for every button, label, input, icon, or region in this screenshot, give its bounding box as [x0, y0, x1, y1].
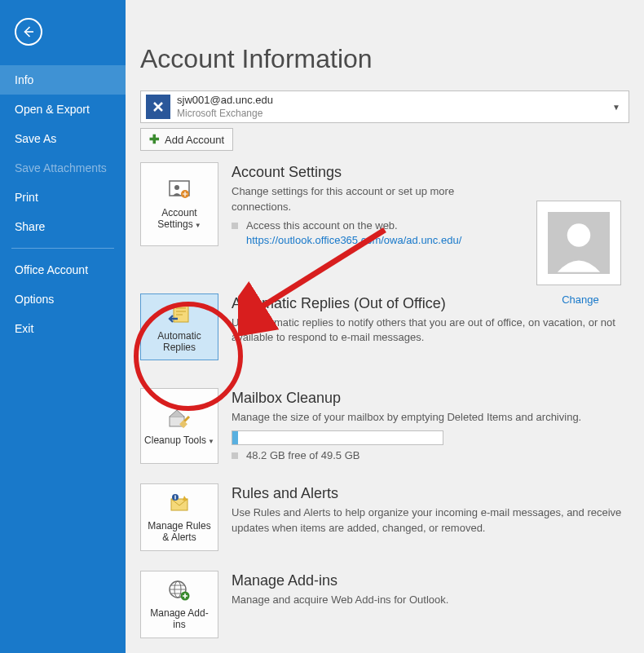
- rules-alerts-title: Rules and Alerts: [232, 485, 629, 502]
- account-settings-icon: [166, 178, 192, 204]
- manage-addins-title: Manage Add-ins: [232, 572, 629, 589]
- page-title: Account Information: [140, 0, 629, 90]
- account-settings-tile[interactable]: Account Settings▼: [140, 162, 218, 246]
- account-email: sjw001@ad.unc.edu: [177, 94, 612, 107]
- change-photo-link[interactable]: Change: [562, 293, 599, 306]
- manage-addins-tile[interactable]: Manage Add-ins: [140, 571, 218, 638]
- owa-access-text: Access this account on the web.: [246, 218, 461, 234]
- account-type: Microsoft Exchange: [177, 108, 612, 120]
- add-account-label: Add Account: [165, 134, 224, 146]
- back-arrow-icon: [21, 24, 36, 39]
- plus-icon: ✚: [149, 132, 160, 147]
- sidebar-item-save-attachments: Save Attachments: [0, 153, 126, 183]
- cleanup-tools-tile[interactable]: Cleanup Tools▼: [140, 388, 218, 464]
- sidebar-item-save-as[interactable]: Save As: [0, 124, 126, 153]
- cleanup-tools-tile-label: Cleanup Tools: [144, 435, 206, 446]
- manage-addins-tile-label: Manage Add-ins: [144, 607, 214, 631]
- svg-point-2: [174, 185, 179, 190]
- sidebar-item-exit[interactable]: Exit: [0, 314, 126, 343]
- account-selector[interactable]: sjw001@ad.unc.edu Microsoft Exchange ▼: [140, 90, 629, 123]
- rules-alerts-icon: [166, 491, 192, 517]
- svg-point-13: [567, 223, 591, 247]
- manage-rules-tile[interactable]: Manage Rules & Alerts: [140, 483, 218, 551]
- file-sidebar: Info Open & Export Save As Save Attachme…: [0, 0, 126, 653]
- sidebar-item-office-account[interactable]: Office Account: [0, 255, 126, 285]
- mailbox-cleanup-desc: Manage the size of your mailbox by empty…: [232, 410, 629, 426]
- automatic-replies-tile[interactable]: Automatic Replies: [140, 293, 218, 361]
- exchange-icon: [146, 95, 170, 119]
- chevron-down-icon: ▼: [208, 438, 214, 446]
- sidebar-item-info[interactable]: Info: [0, 65, 126, 95]
- chevron-down-icon: ▼: [195, 222, 201, 230]
- bullet-icon: [232, 452, 238, 459]
- person-icon: [548, 212, 610, 274]
- account-settings-title: Account Settings: [232, 164, 484, 181]
- add-account-button[interactable]: ✚ Add Account: [140, 128, 233, 151]
- chevron-down-icon: ▼: [612, 103, 620, 112]
- cleanup-tools-icon: [166, 405, 192, 431]
- manage-rules-tile-label: Manage Rules & Alerts: [144, 520, 214, 544]
- owa-link[interactable]: https://outlook.office365.com/owa/ad.unc…: [246, 234, 461, 246]
- automatic-replies-icon: [166, 301, 192, 327]
- mailbox-cleanup-title: Mailbox Cleanup: [232, 390, 629, 407]
- account-settings-desc: Change settings for this account or set …: [232, 184, 484, 215]
- addins-icon: [166, 578, 192, 604]
- bullet-icon: [232, 223, 238, 229]
- mailbox-quota-fill: [232, 431, 238, 444]
- sidebar-item-print[interactable]: Print: [0, 183, 126, 212]
- manage-addins-desc: Manage and acquire Web Add-ins for Outlo…: [232, 593, 629, 608]
- automatic-replies-tile-label: Automatic Replies: [144, 330, 214, 354]
- back-button[interactable]: [15, 18, 42, 46]
- mailbox-quota-bar: [232, 430, 443, 445]
- sidebar-item-open-export[interactable]: Open & Export: [0, 95, 126, 124]
- account-settings-tile-label: Account Settings: [157, 207, 196, 230]
- rules-alerts-desc: Use Rules and Alerts to help organize yo…: [232, 505, 629, 536]
- sidebar-divider: [11, 248, 114, 249]
- mailbox-quota-text: 48.2 GB free of 49.5 GB: [246, 448, 359, 464]
- profile-avatar: [536, 201, 621, 285]
- sidebar-item-options[interactable]: Options: [0, 285, 126, 314]
- sidebar-item-share[interactable]: Share: [0, 212, 126, 241]
- automatic-replies-desc: Use automatic replies to notify others t…: [232, 315, 629, 346]
